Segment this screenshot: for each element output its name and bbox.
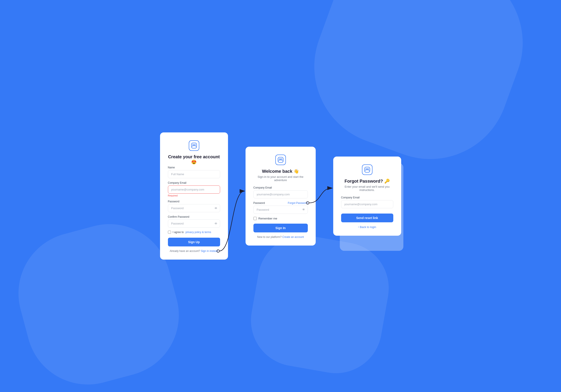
confirm-eye-icon[interactable]: 👁 xyxy=(214,222,217,225)
signup-footer: Already have an account? Sign in instead xyxy=(168,250,220,252)
svg-point-1 xyxy=(193,144,194,146)
signin-eye-icon[interactable]: 👁 xyxy=(302,208,305,211)
back-to-login-link[interactable]: ‹ Back to login xyxy=(341,225,393,229)
signup-card: Create your free account 😍 Name Company … xyxy=(160,132,228,260)
name-label: Name xyxy=(168,166,220,169)
signin-subtitle: Sign-in to your account and start the ad… xyxy=(253,175,308,182)
signin-password-wrapper: 👁 xyxy=(253,206,308,214)
remember-checkbox[interactable] xyxy=(253,217,257,220)
create-account-link[interactable]: Create an account xyxy=(282,235,304,239)
signup-logo-icon xyxy=(189,140,199,151)
confirm-label: Confirm Password xyxy=(168,215,220,218)
signup-card-wrapper: Create your free account 😍 Name Company … xyxy=(160,132,228,260)
forgot-card-wrapper: Forgot Password? 🔑 Enter your email and … xyxy=(333,157,401,236)
signin-password-group: Password Forgot Password 👁 xyxy=(253,201,308,214)
name-input[interactable] xyxy=(168,170,220,178)
forgot-title-emoji: 🔑 xyxy=(384,179,390,184)
signup-title-text: Create your free account xyxy=(168,154,220,159)
back-chevron-icon: ‹ xyxy=(358,225,359,229)
agree-checkbox[interactable] xyxy=(168,231,171,234)
signin-logo xyxy=(253,154,308,165)
agree-link[interactable]: privacy policy & terms xyxy=(185,231,211,234)
signin-email-group: Company Email xyxy=(253,186,308,198)
svg-rect-3 xyxy=(278,157,283,163)
signin-email-label: Company Email xyxy=(253,186,308,189)
password-wrapper: 👁 xyxy=(168,204,220,212)
signin-card: Welcome back 👋 Sign-in to your account a… xyxy=(246,147,316,246)
forgot-subtitle: Enter your email and we'll send you inst… xyxy=(341,185,393,192)
forgot-email-input[interactable] xyxy=(341,200,393,208)
signin-button[interactable]: Sign In xyxy=(253,224,308,232)
signin-title-text: Welcome back xyxy=(262,169,292,174)
signin-instead-link[interactable]: Sign in instead xyxy=(201,250,218,252)
svg-point-5 xyxy=(281,159,282,160)
password-input[interactable] xyxy=(168,204,220,212)
send-reset-button[interactable]: Send reset link xyxy=(341,214,393,222)
signin-logo-icon xyxy=(275,154,286,165)
forgot-title-text: Forgot Password? xyxy=(345,179,383,184)
email-error: Required xyxy=(168,194,220,197)
password-field-group: Password 👁 xyxy=(168,200,220,212)
signup-title-emoji: 😍 xyxy=(191,160,197,164)
signin-email-input[interactable] xyxy=(253,190,308,198)
forgot-title: Forgot Password? 🔑 xyxy=(341,178,393,184)
agree-text: I agree to xyxy=(173,231,184,234)
signin-footer: New to our platform? Create an account xyxy=(253,235,308,239)
password-eye-icon[interactable]: 👁 xyxy=(214,207,217,210)
email-field-group: Company Email Required xyxy=(168,181,220,197)
signin-card-wrapper: Welcome back 👋 Sign-in to your account a… xyxy=(246,147,316,246)
confirm-password-field-group: Confirm Password 👁 xyxy=(168,215,220,228)
forgot-email-group: Company Email xyxy=(341,196,393,208)
svg-rect-0 xyxy=(191,143,197,148)
forgot-email-label: Company Email xyxy=(341,196,393,199)
signin-title-emoji: 👋 xyxy=(293,169,299,174)
email-label: Company Email xyxy=(168,181,220,184)
forgot-password-link[interactable]: Forgot Password xyxy=(288,201,308,205)
svg-point-7 xyxy=(366,168,367,170)
remember-row: Remember me xyxy=(253,217,308,220)
back-to-login-text: Back to login xyxy=(360,225,376,229)
signin-title: Welcome back 👋 xyxy=(253,169,308,174)
password-label: Password xyxy=(168,200,220,203)
forgot-card: Forgot Password? 🔑 Enter your email and … xyxy=(333,157,401,236)
main-scene: Create your free account 😍 Name Company … xyxy=(0,0,561,392)
confirm-wrapper: 👁 xyxy=(168,219,220,228)
signin-password-label: Password xyxy=(253,201,265,205)
svg-rect-6 xyxy=(365,167,370,172)
svg-point-2 xyxy=(194,144,195,146)
agree-row: I agree to privacy policy & terms xyxy=(168,231,220,234)
signup-footer-text: Already have an account? xyxy=(170,250,200,252)
confirm-input[interactable] xyxy=(168,219,220,228)
remember-label: Remember me xyxy=(259,217,277,220)
signin-footer-text: New to our platform? xyxy=(257,235,281,239)
forgot-footer: ‹ Back to login xyxy=(341,225,393,229)
email-input[interactable] xyxy=(168,185,220,194)
signup-button[interactable]: Sign Up xyxy=(168,238,220,246)
forgot-logo-icon xyxy=(362,164,372,175)
name-field-group: Name xyxy=(168,166,220,178)
svg-point-8 xyxy=(367,168,369,170)
password-row-header: Password Forgot Password xyxy=(253,201,308,205)
forgot-logo xyxy=(341,164,393,175)
svg-point-4 xyxy=(279,159,280,160)
signup-logo xyxy=(168,140,220,151)
signin-password-input[interactable] xyxy=(253,206,308,214)
signup-title: Create your free account 😍 xyxy=(168,154,220,165)
